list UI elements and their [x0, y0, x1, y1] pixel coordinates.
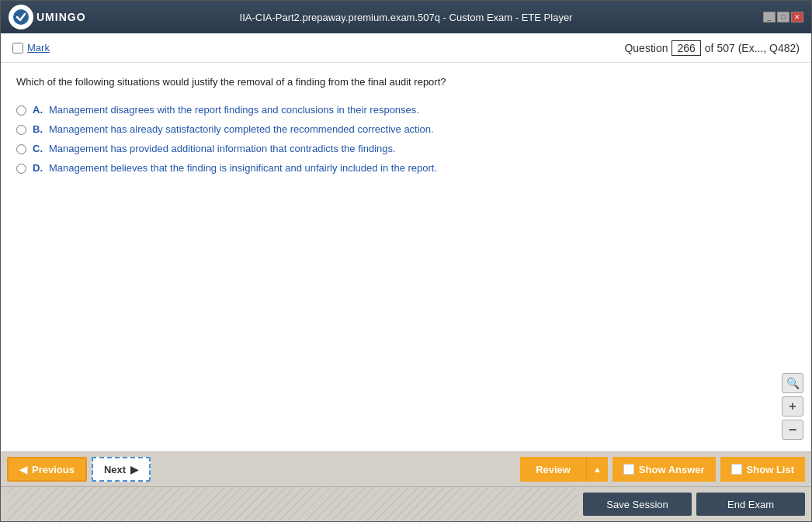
show-answer-checkbox-icon — [623, 464, 634, 475]
zoom-out-button[interactable]: − — [782, 420, 803, 440]
option-d-letter: D. — [33, 162, 43, 174]
question-number-box: 266 — [671, 40, 700, 56]
save-session-button[interactable]: Save Session — [583, 493, 692, 516]
option-a-letter: A. — [33, 104, 43, 116]
restore-button[interactable]: □ — [777, 12, 789, 22]
question-label: Question — [624, 42, 668, 54]
side-tools: 🔍 + − — [782, 373, 803, 440]
option-c-letter: C. — [33, 143, 43, 154]
option-d: D. Management believes that the finding … — [16, 162, 796, 174]
next-label: Next — [104, 464, 126, 475]
bottom-action-bar: Save Session End Exam — [1, 486, 811, 521]
search-button[interactable]: 🔍 — [782, 373, 803, 393]
logo-area: UMINGO — [9, 5, 86, 29]
option-d-text: Management believes that the finding is … — [49, 162, 437, 174]
main-content: Which of the following situations would … — [1, 63, 811, 451]
show-answer-button[interactable]: Show Answer — [612, 457, 716, 482]
window-title: IIA-CIA-Part2.prepaway.premium.exam.507q… — [240, 12, 573, 23]
radio-b[interactable] — [16, 125, 26, 135]
radio-d[interactable] — [16, 164, 26, 174]
review-dropdown-icon: ▲ — [593, 465, 602, 474]
show-list-button[interactable]: Show List — [720, 457, 805, 482]
mark-label[interactable]: Mark — [27, 42, 50, 54]
review-group: Review ▲ — [520, 457, 608, 482]
review-label: Review — [536, 464, 571, 475]
option-b: B. Management has already satisfactorily… — [16, 123, 796, 135]
option-c: C. Management has provided additional in… — [16, 143, 796, 154]
logo-icon — [9, 5, 33, 29]
previous-button[interactable]: ◀ Previous — [7, 457, 87, 482]
option-b-letter: B. — [33, 123, 43, 135]
option-c-text: Management has provided additional infor… — [49, 143, 396, 154]
minimize-button[interactable]: _ — [763, 12, 776, 22]
window-controls: _ □ ✕ — [763, 12, 803, 22]
previous-label: Previous — [32, 464, 75, 475]
main-window: UMINGO IIA-CIA-Part2.prepaway.premium.ex… — [0, 0, 812, 522]
mark-checkbox[interactable] — [12, 43, 23, 54]
radio-c[interactable] — [16, 144, 26, 154]
next-button[interactable]: Next ▶ — [92, 457, 151, 482]
option-b-text: Management has already satisfactorily co… — [49, 123, 434, 135]
svg-point-0 — [13, 9, 29, 25]
question-header: Mark Question 266 of 507 (Ex..., Q482) — [1, 33, 811, 63]
question-of-total: of 507 (Ex..., Q482) — [705, 42, 800, 54]
zoom-in-button[interactable]: + — [782, 396, 803, 417]
radio-a[interactable] — [16, 105, 26, 116]
show-answer-label: Show Answer — [639, 464, 705, 475]
end-exam-button[interactable]: End Exam — [696, 493, 805, 516]
close-button[interactable]: ✕ — [791, 12, 803, 22]
options-list: A. Management disagrees with the report … — [16, 104, 796, 174]
diagonal-background — [7, 487, 578, 521]
show-list-checkbox-icon — [731, 464, 742, 475]
question-text: Which of the following situations would … — [16, 74, 796, 90]
question-number-display: Question 266 of 507 (Ex..., Q482) — [624, 40, 800, 56]
review-dropdown-button[interactable]: ▲ — [586, 457, 608, 482]
title-bar: UMINGO IIA-CIA-Part2.prepaway.premium.ex… — [1, 1, 811, 33]
review-button[interactable]: Review — [520, 457, 586, 482]
next-arrow-icon: ▶ — [130, 464, 138, 475]
option-a: A. Management disagrees with the report … — [16, 104, 796, 116]
logo-text: UMINGO — [36, 11, 86, 23]
bottom-toolbar: ◀ Previous Next ▶ Review ▲ Show Answer S… — [1, 451, 811, 486]
show-list-label: Show List — [747, 464, 794, 475]
option-a-text: Management disagrees with the report fin… — [49, 104, 419, 116]
previous-arrow-icon: ◀ — [19, 464, 27, 475]
mark-area: Mark — [12, 42, 50, 54]
